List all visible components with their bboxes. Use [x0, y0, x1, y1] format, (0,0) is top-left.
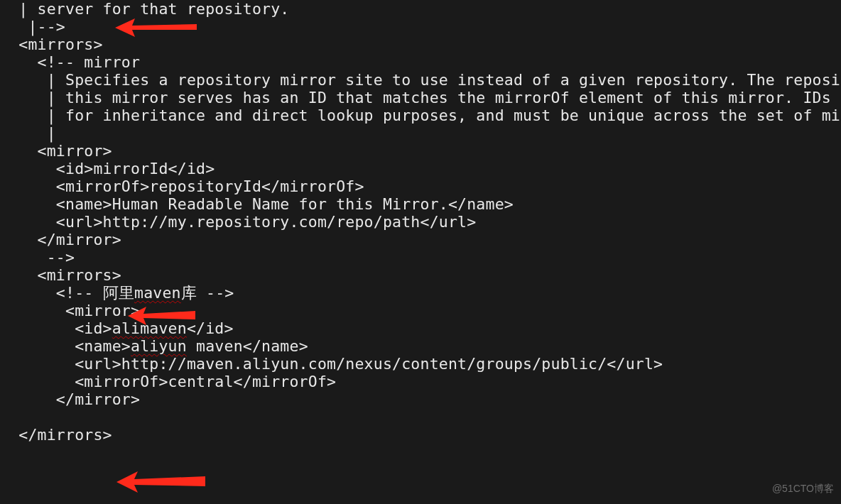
- code-line: | server for that repository.: [0, 0, 289, 18]
- xml-code-block: | server for that repository. |--> <mirr…: [0, 0, 841, 444]
- code-line: | for inheritance and direct lookup purp…: [0, 106, 841, 124]
- code-line: <url>http://maven.aliyun.com/nexus/conte…: [0, 355, 663, 373]
- arrow-annotation-icon: [116, 470, 209, 494]
- code-line: <!-- 阿里maven库 -->: [0, 284, 234, 302]
- svg-marker-2: [116, 471, 205, 493]
- code-line: <name>Human Readable Name for this Mirro…: [0, 195, 514, 213]
- code-line: |-->: [0, 18, 65, 35]
- code-line: <mirrorOf>repositoryId</mirrorOf>: [0, 177, 364, 195]
- code-line: <id>mirrorId</id>: [0, 160, 215, 177]
- code-line: <mirrorOf>central</mirrorOf>: [0, 373, 336, 390]
- arrow-annotation-icon: [115, 17, 200, 38]
- code-line: <mirrors>: [0, 35, 103, 53]
- code-line: <url>http://my.repository.com/repo/path<…: [0, 213, 476, 231]
- code-line: <!-- mirror: [0, 53, 140, 71]
- code-line: | Specifies a repository mirror site to …: [0, 71, 841, 89]
- spellcheck-underline: aliyun: [131, 337, 187, 355]
- code-line: -->: [0, 248, 75, 266]
- watermark: @51CTO博客: [772, 483, 834, 495]
- code-line: </mirror>: [0, 390, 140, 408]
- code-line: |: [0, 124, 56, 142]
- code-line: <mirror>: [0, 142, 112, 160]
- code-line: <mirrors>: [0, 266, 121, 284]
- code-line: | this mirror serves has an ID that matc…: [0, 89, 841, 106]
- code-line: </mirror>: [0, 231, 121, 248]
- code-line: <name>aliyun maven</name>: [0, 337, 308, 355]
- svg-marker-1: [128, 307, 195, 325]
- spellcheck-underline: maven: [134, 284, 181, 302]
- code-line: </mirrors>: [0, 426, 112, 444]
- code-line: <mirror>: [0, 302, 140, 319]
- svg-marker-0: [115, 18, 197, 37]
- arrow-annotation-icon: [128, 305, 199, 327]
